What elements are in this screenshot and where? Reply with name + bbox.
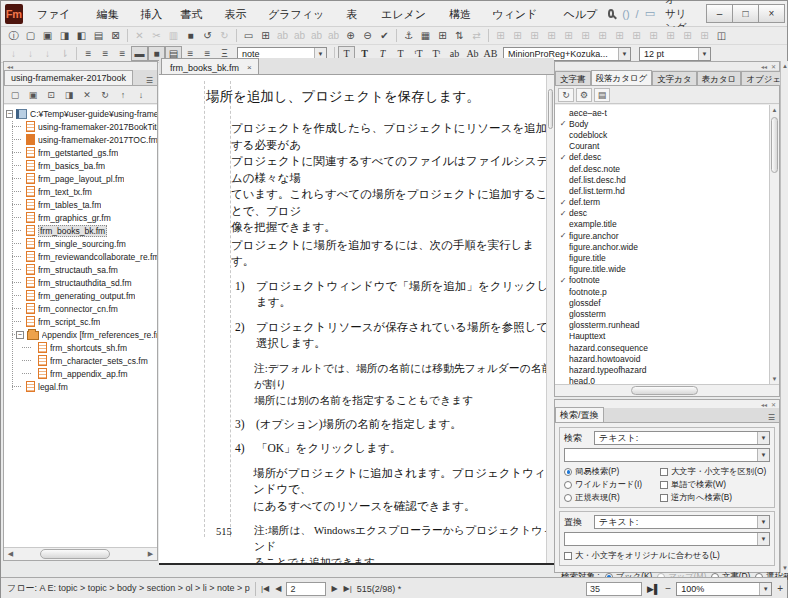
align-right-icon[interactable]: ≡ [114, 46, 131, 61]
tab-文字書[interactable]: 文字書 [555, 71, 591, 85]
panel-close-icon[interactable]: ✕ [771, 63, 776, 70]
find-mode-radio[interactable]: ワイルドカード(I) [564, 478, 660, 491]
find-flag-checkbox[interactable]: 逆方向へ検索(B) [660, 491, 766, 504]
find-type-dropdown[interactable]: テキスト:▼ [594, 431, 770, 445]
scroll-up-icon[interactable]: ▲ [770, 105, 779, 115]
numbering-icon[interactable]: ⊞ [257, 28, 274, 43]
zoom-out-icon[interactable]: ⊖ [359, 28, 376, 43]
menu-2[interactable]: 挿入(I) [132, 1, 172, 27]
zoom-level-dropdown[interactable]: 100%▼ [676, 582, 772, 596]
find-text-input[interactable]: ▼ [564, 448, 770, 462]
table-row[interactable]: −C:¥Temp¥user-guide¥using-framemaker [4, 107, 157, 120]
delete-file-icon[interactable]: ✕ [79, 88, 95, 102]
menu-5[interactable]: グラフィック(G) [260, 1, 338, 27]
pen-view-icon[interactable]: / [636, 8, 639, 20]
find-replace-tab[interactable]: 検索/置換 [555, 407, 604, 422]
find-mode-radio[interactable]: 簡易検索(P) [564, 465, 660, 478]
match-original-case-checkbox[interactable]: 大・小文字をオリジナルに合わせる(L) [564, 549, 770, 562]
panel-collapse-icon[interactable]: ◂◂ [7, 63, 13, 70]
window-options-icon[interactable]: ◫ [713, 28, 730, 43]
list-item[interactable]: hazard.howtoavoid [557, 353, 779, 364]
panel-close-icon[interactable]: ✕ [771, 401, 776, 408]
find-mode-radio[interactable]: 正規表現(R) [564, 491, 660, 504]
book-panel-tab[interactable]: using-framemaker-2017book [4, 70, 133, 85]
last-page-button[interactable]: ▶| [343, 584, 353, 593]
document-tab[interactable]: frm_books_bk.fm × [161, 58, 259, 74]
menu-6[interactable]: 表(T) [338, 1, 373, 27]
menu-7[interactable]: エレメント(L) [373, 1, 441, 27]
list-item[interactable]: Courant [557, 141, 779, 152]
close-icon[interactable]: × [247, 63, 252, 72]
list-item[interactable]: codeblock [557, 129, 779, 140]
add-file-icon[interactable]: ▢ [7, 88, 23, 102]
menu-0[interactable]: ファイル(F) [29, 1, 89, 27]
table-row[interactable]: frm_reviewandcollaborate_re.fm [4, 250, 157, 263]
list-item[interactable]: example.title [557, 219, 779, 230]
list-item[interactable]: ✓footnote [557, 275, 779, 286]
menu-1[interactable]: 編集(E) [89, 1, 132, 27]
move-down-icon[interactable]: ↓ [133, 88, 149, 102]
anchor-icon[interactable]: ⚓ [400, 28, 417, 43]
table-row[interactable]: frm_structauth_sa.fm [4, 263, 157, 276]
find-flag-checkbox[interactable]: 大文字・小文字を区別(O) [660, 465, 766, 478]
undo-icon[interactable]: ↺ [199, 28, 216, 43]
table-row[interactable]: using-framemaker-2017BookTitle.fm [4, 120, 157, 133]
color-icon[interactable]: ■ [182, 28, 199, 43]
table-row[interactable]: frm_script_sc.fm [4, 315, 157, 328]
table-row[interactable]: frm_getstarted_gs.fm [4, 146, 157, 159]
tab-文字カタ[interactable]: 文字カタ [652, 71, 696, 85]
text-frame-icon[interactable]: ▭ [240, 28, 257, 43]
flow-nav-icon[interactable]: ▶▌ [647, 584, 660, 594]
keyboard-icon[interactable]: ▦ [417, 28, 434, 43]
sort-icon[interactable]: ⇅ [451, 28, 468, 43]
menu-4[interactable]: 表示(V) [217, 1, 260, 27]
catalog-hscrollbar[interactable] [555, 384, 779, 396]
collapse-icon[interactable]: − [6, 110, 13, 118]
save-book-icon[interactable]: ◨ [61, 88, 77, 102]
list-item[interactable]: glossterm [557, 308, 779, 319]
lock-icon[interactable]: ⊠ [107, 28, 124, 43]
zoom-in-button[interactable]: + [777, 583, 783, 594]
list-item[interactable]: glossdef [557, 297, 779, 308]
list-item[interactable]: ✓Body [557, 118, 779, 129]
tab-表カタロ[interactable]: 表カタロ [697, 71, 742, 85]
options-gear-icon[interactable]: ⚙ [576, 88, 592, 102]
panel-menu-icon[interactable]: ☰ [764, 413, 779, 422]
list-item[interactable]: def.list.term.hd [557, 185, 779, 196]
first-page-button[interactable]: |◀ [260, 584, 270, 593]
spellcheck-icon[interactable]: ✔ [376, 28, 393, 43]
minimize-button[interactable]: – [706, 4, 733, 23]
refresh-icon[interactable]: ↻ [558, 88, 574, 102]
table-row[interactable]: legal.fm [4, 380, 157, 393]
menu-9[interactable]: ウィンドウ(W) [484, 1, 555, 27]
table-row[interactable]: frm_character_sets_cs.fm [4, 354, 157, 367]
exclude-file-icon[interactable]: ▣ [25, 88, 41, 102]
save-all-icon[interactable]: ◧ [73, 28, 90, 43]
scroll-up-icon[interactable]: ▲ [782, 63, 788, 69]
table-row[interactable]: frm_structauthdita_sd.fm [4, 276, 157, 289]
zoom-out-button[interactable]: − [665, 583, 671, 594]
save-icon[interactable]: ◨ [56, 28, 73, 43]
replace-text-input[interactable]: ▼ [564, 532, 770, 546]
code-view-icon[interactable]: () [622, 8, 629, 20]
list-item[interactable]: figure.title.wide [557, 264, 779, 275]
panel-menu-icon[interactable]: ☰ [142, 76, 157, 85]
print-icon[interactable]: ▤ [90, 28, 107, 43]
list-item[interactable]: hazard.consequence [557, 342, 779, 353]
table-row[interactable]: frm_connector_cn.fm [4, 302, 157, 315]
table-row[interactable]: frm_shortcuts_sh.fm [4, 341, 157, 354]
scroll-down-icon[interactable]: ▼ [782, 565, 788, 571]
list-item[interactable]: figure.title [557, 252, 779, 263]
menu-8[interactable]: 構造(S) [441, 1, 484, 27]
scroll-left-icon[interactable]: ◀ [4, 550, 17, 558]
list-item[interactable]: hazard.typeofhazard [557, 364, 779, 375]
document-vscrollbar[interactable] [546, 75, 554, 563]
table-row[interactable]: frm_text_tx.fm [4, 185, 157, 198]
book-panel-hscrollbar[interactable]: ◀ ▶ [4, 547, 157, 560]
table-row[interactable]: frm_generating_output.fm [4, 289, 157, 302]
list-item[interactable]: aece–ae-t [557, 107, 779, 118]
zoom-in-icon[interactable]: ⊕ [342, 28, 359, 43]
list-item[interactable]: footnote.p [557, 286, 779, 297]
table-row[interactable]: using-framemaker-2017TOC.fm [4, 133, 157, 146]
list-item[interactable]: def.list.desc.hd [557, 174, 779, 185]
